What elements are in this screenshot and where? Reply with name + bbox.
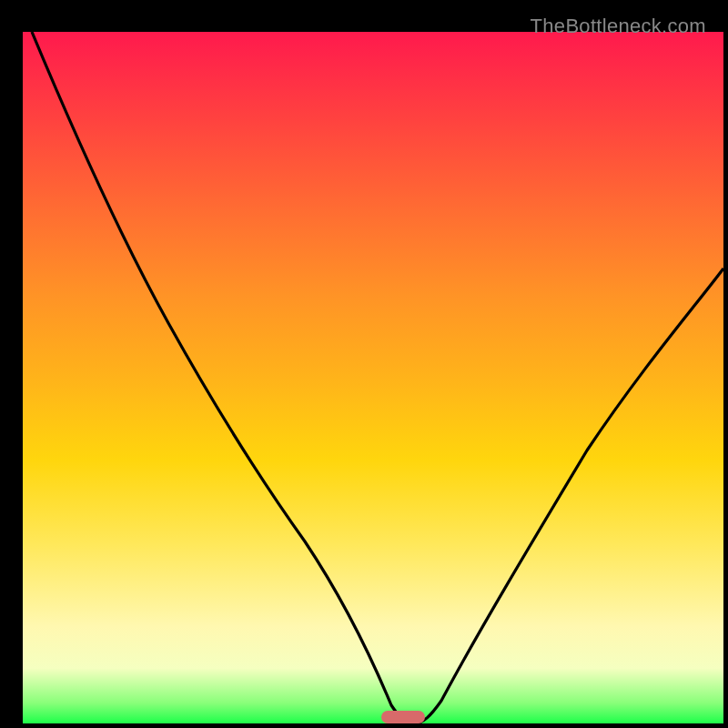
optimal-marker: [381, 711, 425, 723]
watermark-text: TheBottleneck.com: [531, 15, 706, 38]
curve-path: [32, 32, 723, 723]
chart-frame: TheBottleneck.com: [9, 9, 719, 719]
chart-plot-area: [23, 32, 723, 723]
bottleneck-curve: [23, 32, 723, 723]
